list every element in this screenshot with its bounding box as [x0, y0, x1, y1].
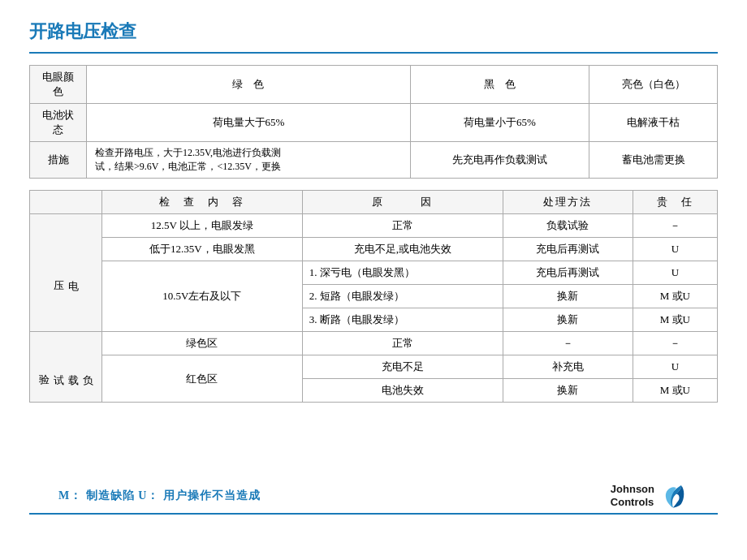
cell-value: 电解液干枯: [589, 104, 718, 142]
cell-label: 电眼颜色: [30, 66, 87, 104]
table-row: 电眼颜色 绿 色 黑 色 亮色（白色）: [30, 66, 718, 104]
table-row: 措施 检查开路电压，大于12.35V,电池进行负载测试，结果>9.6V，电池正常…: [30, 142, 718, 179]
cell-resp: U: [633, 355, 717, 379]
brand-icon: [658, 480, 689, 511]
cell-method: 换新: [503, 285, 633, 308]
cell-green: 绿 色: [87, 66, 411, 104]
cell-value: 蓄电池需更换: [589, 142, 718, 179]
cell-resp: U: [633, 261, 717, 285]
cell-method: 充电后再测试: [503, 238, 633, 261]
col-content: 检 查 内 容: [102, 191, 303, 214]
upper-table: 电眼颜色 绿 色 黑 色 亮色（白色） 电池状态 荷电量大于65% 荷电量小于6…: [29, 65, 718, 179]
cell-resp: M 或U: [633, 379, 717, 403]
cell-black: 黑 色: [410, 66, 589, 104]
table-row: 红色区 充电不足 补充电 U: [30, 355, 718, 379]
cell-value: 荷电量大于65%: [87, 104, 411, 142]
col-spacer: [30, 191, 102, 214]
table-row: 低于12.35V，电眼发黑 充电不足,或电池失效 充电后再测试 U: [30, 238, 718, 261]
cell-method: 充电后再测试: [503, 261, 633, 285]
table-row: 10.5V左右及以下 1. 深亏电（电眼发黑） 充电后再测试 U: [30, 261, 718, 285]
cell-content: 低于12.35V，电眼发黑: [102, 238, 303, 261]
cell-value: 先充电再作负载测试: [410, 142, 589, 179]
cell-content: 12.5V 以上，电眼发绿: [102, 214, 303, 238]
table-row: 负载试验 绿色区 正常 － －: [30, 332, 718, 355]
johnson-controls-logo: JohnsonControls: [611, 480, 689, 511]
section-label-load: 负载试验: [30, 332, 102, 403]
page-title: 开路电压检查: [29, 19, 718, 44]
cell-value: 荷电量小于65%: [410, 104, 589, 142]
cell-method: －: [503, 332, 633, 355]
brand-name: JohnsonControls: [611, 483, 654, 508]
cell-reason: 2. 短路（电眼发绿）: [302, 285, 503, 308]
cell-value: 检查开路电压，大于12.35V,电池进行负载测试，结果>9.6V，电池正常，<1…: [87, 142, 411, 179]
cell-reason: 3. 断路（电眼发绿）: [302, 308, 503, 332]
cell-content: 绿色区: [102, 332, 303, 355]
top-divider: [29, 52, 718, 54]
cell-reason: 充电不足: [302, 355, 503, 379]
cell-reason: 电池失效: [302, 379, 503, 403]
cell-white: 亮色（白色）: [589, 66, 718, 104]
cell-reason: 正常: [302, 332, 503, 355]
cell-method: 换新: [503, 379, 633, 403]
col-method: 处理方法: [503, 191, 633, 214]
cell-reason: 充电不足,或电池失效: [302, 238, 503, 261]
table-header-row: 检 查 内 容 原 因 处理方法 贵 任: [30, 191, 718, 214]
cell-label: 电池状态: [30, 104, 87, 142]
col-responsibility: 贵 任: [633, 191, 717, 214]
page: 开路电压检查 电眼颜色 绿 色 黑 色 亮色（白色） 电池状态 荷电量大于65%…: [0, 0, 747, 560]
cell-content: 红色区: [102, 355, 303, 403]
cell-resp: －: [633, 332, 717, 355]
cell-resp: M 或U: [633, 308, 717, 332]
section-label-voltage: 电压: [30, 214, 102, 332]
cell-method: 换新: [503, 308, 633, 332]
cell-content: 10.5V左右及以下: [102, 261, 303, 332]
cell-reason: 1. 深亏电（电眼发黑）: [302, 261, 503, 285]
cell-label: 措施: [30, 142, 87, 179]
footer-legend: M： 制造缺陷 U： 用户操作不当造成: [58, 489, 261, 503]
cell-method: 负载试验: [503, 214, 633, 238]
col-reason: 原 因: [302, 191, 503, 214]
cell-method: 补充电: [503, 355, 633, 379]
cell-resp: U: [633, 238, 717, 261]
lower-table: 检 查 内 容 原 因 处理方法 贵 任 电压 12.5V 以上，电眼发绿 正常…: [29, 190, 718, 403]
cell-resp: －: [633, 214, 717, 238]
table-row: 电池状态 荷电量大于65% 荷电量小于65% 电解液干枯: [30, 104, 718, 142]
footer-divider: [29, 513, 718, 515]
cell-resp: M 或U: [633, 285, 717, 308]
table-row: 电压 12.5V 以上，电眼发绿 正常 负载试验 －: [30, 214, 718, 238]
cell-reason: 正常: [302, 214, 503, 238]
footer: M： 制造缺陷 U： 用户操作不当造成 JohnsonControls: [58, 480, 689, 511]
